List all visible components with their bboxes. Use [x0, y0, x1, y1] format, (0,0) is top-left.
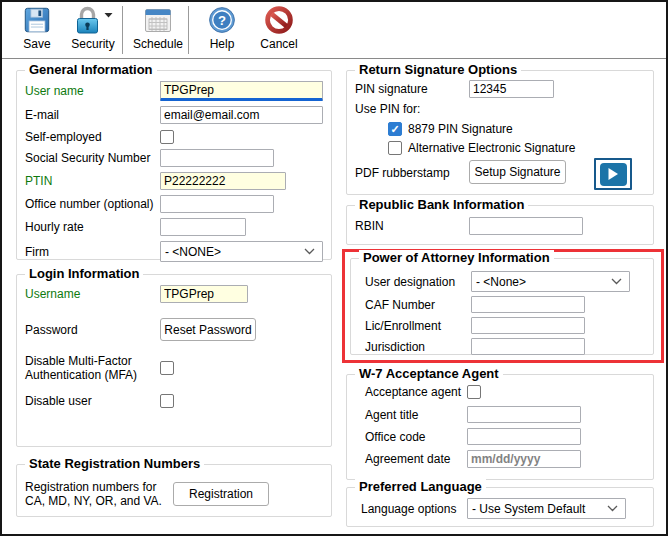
help-icon: ?: [207, 4, 237, 36]
ssn-label: Social Security Number: [25, 151, 160, 165]
group-title: W-7 Acceptance Agent: [355, 366, 503, 381]
user-designation-label: User designation: [365, 275, 471, 289]
cancel-button[interactable]: Cancel: [252, 4, 306, 56]
svg-text:?: ?: [218, 13, 226, 28]
group-title: Republic Bank Information: [355, 197, 528, 212]
padlock-icon: [74, 4, 113, 36]
group-title: Power of Attorney Information: [359, 250, 554, 265]
user-name-input[interactable]: [160, 81, 323, 101]
pin-signature-input[interactable]: [469, 80, 554, 98]
lic-enrollment-input[interactable]: [471, 317, 585, 334]
setup-signature-button[interactable]: Setup Signature: [469, 160, 566, 184]
chevron-down-icon: [607, 505, 618, 512]
play-icon: [600, 163, 627, 186]
jurisdiction-input[interactable]: [471, 338, 585, 355]
rbin-input[interactable]: [469, 217, 583, 235]
field-row-acceptance-agent: Acceptance agent: [365, 385, 645, 399]
group-republic-bank: Republic Bank Information RBIN: [346, 205, 654, 245]
schedule-button-label: Schedule: [133, 37, 183, 51]
email-input[interactable]: [160, 106, 323, 124]
registration-button[interactable]: Registration: [173, 482, 269, 506]
caf-number-input[interactable]: [471, 296, 585, 313]
field-row-8879-pin: 8879 PIN Signature: [388, 122, 645, 136]
agreement-date-label: Agreement date: [365, 452, 467, 466]
chevron-down-icon: [611, 278, 622, 285]
field-row-firm: Firm - <NONE>: [25, 241, 323, 262]
acceptance-agent-checkbox[interactable]: [467, 385, 481, 399]
acceptance-agent-label: Acceptance agent: [365, 385, 467, 399]
username-label: Username: [25, 287, 160, 301]
security-dropdown-arrow-icon: [104, 7, 113, 21]
group-power-of-attorney: Power of Attorney Information User desig…: [350, 258, 654, 355]
hourly-rate-input[interactable]: [160, 218, 246, 236]
firm-select-value: - <NONE>: [165, 245, 221, 259]
field-row-pin-signature: PIN signature: [355, 80, 645, 98]
agreement-date-input[interactable]: [467, 450, 581, 468]
help-button[interactable]: ? Help: [199, 4, 245, 56]
office-code-input[interactable]: [467, 428, 581, 445]
save-button[interactable]: Save: [14, 4, 60, 56]
help-button-label: Help: [210, 37, 235, 51]
mfa-label: Disable Multi-Factor Authentication (MFA…: [25, 354, 160, 382]
toolbar-separator: [122, 6, 123, 54]
pin-8879-checkbox[interactable]: [388, 122, 402, 136]
pdf-rubberstamp-label: PDF rubberstamp: [355, 166, 469, 180]
language-options-label: Language options: [361, 502, 467, 516]
field-row-hourly-rate: Hourly rate: [25, 218, 323, 236]
field-row-ptin: PTIN: [25, 172, 323, 190]
ptin-input[interactable]: [160, 172, 286, 190]
toolbar-separator: [188, 6, 189, 54]
field-row-caf-number: CAF Number: [365, 296, 645, 313]
caf-number-label: CAF Number: [365, 298, 471, 312]
office-number-input[interactable]: [160, 195, 274, 213]
mfa-checkbox[interactable]: [160, 361, 174, 375]
group-title: State Registration Numbers: [25, 456, 204, 471]
user-name-label: User name: [25, 84, 160, 98]
security-button[interactable]: Security: [62, 4, 124, 56]
poa-highlight-rectangle: Power of Attorney Information User desig…: [342, 249, 664, 363]
disable-user-checkbox[interactable]: [160, 394, 174, 408]
schedule-button[interactable]: Schedule: [129, 4, 187, 56]
group-login-information: Login Information Username Password Rese…: [16, 274, 332, 447]
field-row-self-employed: Self-employed: [25, 129, 323, 144]
field-row-alt-electronic: Alternative Electronic Signature: [388, 141, 645, 155]
user-designation-select[interactable]: - <None>: [471, 271, 630, 292]
group-general-information: General Information User name E-mail Sel…: [16, 70, 332, 260]
pin-8879-label: 8879 PIN Signature: [408, 122, 513, 136]
field-row-office-number: Office number (optional): [25, 195, 323, 213]
prohibition-icon: [264, 4, 294, 36]
pin-signature-label: PIN signature: [355, 82, 469, 96]
rbin-label: RBIN: [355, 219, 469, 233]
hourly-rate-label: Hourly rate: [25, 220, 160, 234]
agent-title-input[interactable]: [467, 406, 581, 423]
ssn-input[interactable]: [160, 149, 274, 167]
language-options-select-value: - Use System Default: [472, 502, 585, 516]
field-row-agreement-date: Agreement date: [365, 450, 645, 468]
toolbar: Save Security: [2, 2, 666, 59]
field-row-user-designation: User designation - <None>: [365, 271, 645, 292]
play-signature-button[interactable]: [594, 158, 632, 190]
field-row-mfa: Disable Multi-Factor Authentication (MFA…: [25, 354, 323, 382]
field-row-pdf-rubberstamp: PDF rubberstamp Setup Signature: [355, 160, 645, 190]
group-w7-acceptance-agent: W-7 Acceptance Agent Acceptance agent Ag…: [346, 374, 654, 480]
security-button-label: Security: [71, 37, 114, 51]
alt-electronic-checkbox[interactable]: [388, 141, 402, 155]
floppy-disk-icon: [22, 4, 52, 36]
firm-label: Firm: [25, 245, 160, 259]
firm-select[interactable]: - <NONE>: [160, 241, 323, 262]
password-label: Password: [25, 323, 160, 337]
reset-password-button[interactable]: Reset Password: [160, 318, 256, 341]
self-employed-checkbox[interactable]: [160, 130, 174, 144]
group-title: Preferred Language: [355, 479, 486, 494]
field-row-jurisdiction: Jurisdiction: [365, 338, 645, 355]
field-row-lic-enrollment: Lic/Enrollment: [365, 317, 645, 334]
save-button-label: Save: [23, 37, 50, 51]
language-options-select[interactable]: - Use System Default: [467, 498, 626, 519]
ptin-label: PTIN: [25, 174, 160, 188]
group-preferred-language: Preferred Language Language options - Us…: [346, 487, 654, 527]
group-title: Return Signature Options: [355, 62, 521, 77]
chevron-down-icon: [304, 248, 315, 255]
username-input[interactable]: [160, 285, 248, 303]
group-state-registration: State Registration Numbers Registration …: [16, 464, 332, 517]
disable-user-label: Disable user: [25, 394, 160, 408]
